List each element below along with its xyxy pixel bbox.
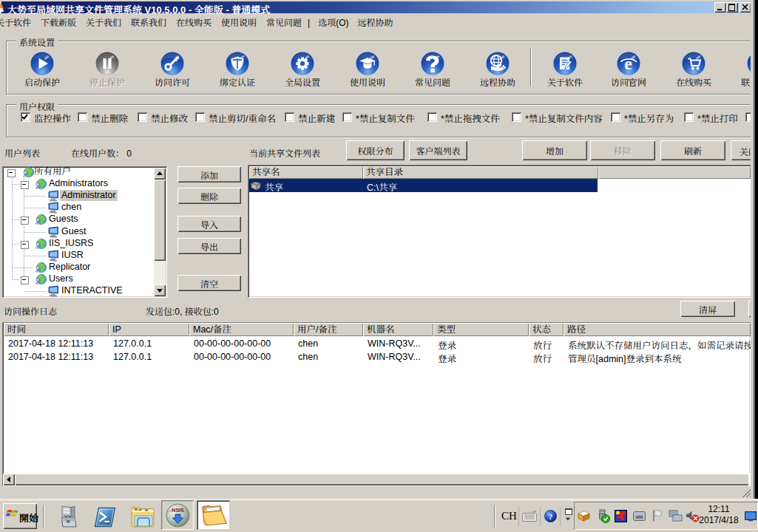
svg-text:e: e	[624, 54, 632, 73]
svg-text:?: ?	[549, 512, 553, 521]
svg-text:vm: vm	[635, 514, 643, 519]
svg-text:NSIS: NSIS	[172, 508, 184, 513]
